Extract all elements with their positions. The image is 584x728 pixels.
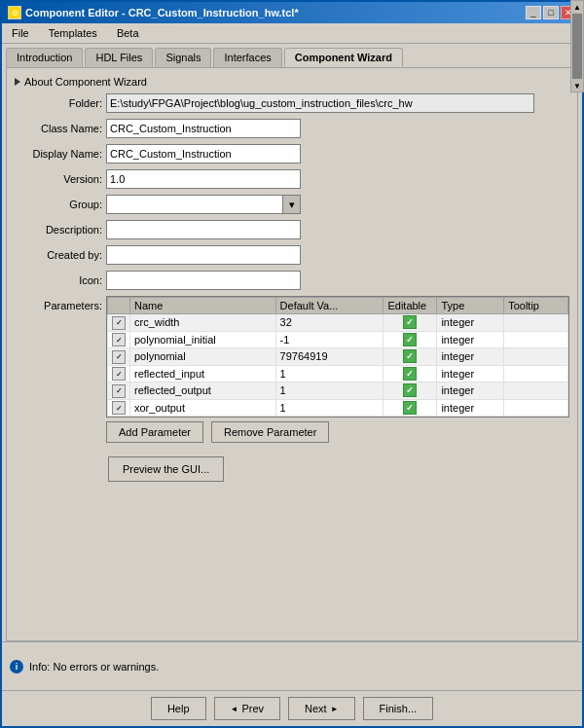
editable-checkbox[interactable]: ✓ bbox=[403, 367, 417, 381]
tab-interfaces[interactable]: Interfaces bbox=[213, 48, 281, 67]
row-name-cell: crc_width bbox=[130, 314, 276, 332]
group-select[interactable] bbox=[106, 195, 301, 214]
row-editable-cell: ✓ bbox=[383, 314, 437, 332]
group-select-wrapper: ▾ bbox=[106, 195, 301, 214]
about-label: About Component Wizard bbox=[24, 76, 147, 88]
row-name-cell: reflected_output bbox=[130, 382, 276, 400]
created-by-input[interactable] bbox=[106, 245, 301, 265]
menu-bar: File Templates Beta bbox=[2, 23, 582, 44]
parameters-content: Name Default Va... Editable Type Tooltip… bbox=[106, 296, 569, 443]
icon-label: Icon: bbox=[15, 274, 102, 286]
table-row[interactable]: ✓ polynomial 79764919 ✓ integer bbox=[108, 348, 568, 366]
row-icon-cell: ✓ bbox=[108, 331, 130, 348]
col-name: Name bbox=[130, 298, 276, 314]
tabs-container: Introduction HDL Files Signals Interface… bbox=[2, 44, 582, 67]
description-label: Description: bbox=[15, 224, 102, 236]
row-default-cell: 32 bbox=[275, 314, 383, 332]
folder-input[interactable] bbox=[106, 93, 534, 113]
add-parameter-button[interactable]: Add Parameter bbox=[106, 421, 203, 443]
row-name-cell: polynomial_initial bbox=[130, 331, 276, 348]
row-default-cell: 79764919 bbox=[275, 348, 383, 366]
row-icon-cell: ✓ bbox=[108, 314, 130, 332]
col-tooltip: Tooltip bbox=[504, 298, 568, 314]
prev-button[interactable]: ◄ Prev bbox=[214, 697, 281, 720]
main-window: ⚙ Component Editor - CRC_Custom_Instruct… bbox=[0, 0, 584, 728]
description-row: Description: bbox=[15, 220, 569, 239]
editable-checkbox[interactable]: ✓ bbox=[403, 333, 417, 346]
row-tooltip-cell bbox=[504, 314, 568, 332]
row-editable-cell: ✓ bbox=[383, 365, 437, 382]
row-default-cell: 1 bbox=[275, 382, 383, 400]
params-table: Name Default Va... Editable Type Tooltip… bbox=[106, 296, 569, 418]
prev-arrow-icon: ◄ bbox=[231, 705, 238, 713]
scroll-thumb[interactable] bbox=[572, 67, 578, 79]
description-input[interactable] bbox=[106, 220, 301, 239]
row-icon-cell: ✓ bbox=[108, 399, 130, 417]
menu-beta[interactable]: Beta bbox=[111, 25, 145, 41]
col-editable: Editable bbox=[383, 298, 437, 314]
about-toggle[interactable] bbox=[15, 78, 20, 86]
editable-checkbox[interactable]: ✓ bbox=[403, 401, 417, 415]
row-icon-cell: ✓ bbox=[108, 365, 130, 382]
editable-checkbox[interactable]: ✓ bbox=[403, 315, 417, 329]
finish-button[interactable]: Finish... bbox=[363, 697, 434, 720]
row-tooltip-cell bbox=[504, 399, 568, 417]
row-default-cell: -1 bbox=[275, 331, 383, 348]
title-bar: ⚙ Component Editor - CRC_Custom_Instruct… bbox=[2, 2, 582, 23]
table-row[interactable]: ✓ reflected_input 1 ✓ integer bbox=[108, 365, 568, 382]
created-by-row: Created by: bbox=[15, 245, 569, 265]
folder-label: Folder: bbox=[15, 97, 102, 109]
table-row[interactable]: ✓ xor_output 1 ✓ integer bbox=[108, 399, 568, 417]
col-type: Type bbox=[437, 298, 504, 314]
bottom-buttons: Help ◄ Prev Next ► Finish... bbox=[2, 690, 582, 726]
row-type-cell: integer bbox=[437, 365, 504, 382]
icon-row: Icon: bbox=[15, 271, 569, 290]
icon-input[interactable] bbox=[106, 271, 301, 290]
scroll-down-arrow[interactable]: ▼ bbox=[571, 80, 578, 91]
display-name-input[interactable] bbox=[106, 144, 301, 164]
menu-templates[interactable]: Templates bbox=[43, 25, 103, 41]
table-row[interactable]: ✓ reflected_output 1 ✓ integer bbox=[108, 382, 568, 400]
display-name-row: Display Name: bbox=[15, 144, 569, 164]
row-type-cell: integer bbox=[437, 348, 504, 366]
table-row[interactable]: ✓ polynomial_initial -1 ✓ integer bbox=[108, 331, 568, 348]
group-label: Group: bbox=[15, 199, 102, 210]
param-buttons: Add Parameter Remove Parameter bbox=[106, 421, 569, 443]
row-editable-cell: ✓ bbox=[383, 331, 437, 348]
class-name-input[interactable] bbox=[106, 119, 301, 138]
remove-parameter-button[interactable]: Remove Parameter bbox=[211, 421, 329, 443]
col-default: Default Va... bbox=[275, 298, 383, 314]
version-label: Version: bbox=[15, 173, 102, 185]
params-table-wrapper: Name Default Va... Editable Type Tooltip… bbox=[106, 296, 569, 418]
row-tooltip-cell bbox=[504, 382, 568, 400]
editable-checkbox[interactable]: ✓ bbox=[403, 349, 417, 363]
next-button[interactable]: Next ► bbox=[288, 697, 355, 720]
menu-file[interactable]: File bbox=[6, 25, 35, 41]
row-type-cell: integer bbox=[437, 314, 504, 332]
params-scrollbar[interactable]: ▲ ▼ bbox=[570, 67, 578, 92]
editable-checkbox[interactable]: ✓ bbox=[403, 383, 417, 397]
tab-introduction[interactable]: Introduction bbox=[6, 48, 83, 67]
version-input[interactable] bbox=[106, 169, 301, 189]
row-editable-cell: ✓ bbox=[383, 382, 437, 400]
row-tooltip-cell bbox=[504, 365, 568, 382]
folder-row: Folder: bbox=[15, 93, 569, 113]
minimize-button[interactable]: _ bbox=[526, 6, 541, 19]
tab-component-wizard[interactable]: Component Wizard bbox=[284, 48, 403, 67]
version-row: Version: bbox=[15, 169, 569, 189]
help-button[interactable]: Help bbox=[151, 697, 206, 720]
row-type-cell: integer bbox=[437, 382, 504, 400]
tab-signals[interactable]: Signals bbox=[155, 48, 211, 67]
preview-gui-button[interactable]: Preview the GUI... bbox=[108, 456, 224, 482]
row-default-cell: 1 bbox=[275, 365, 383, 382]
row-default-cell: 1 bbox=[275, 399, 383, 417]
about-section: About Component Wizard bbox=[15, 76, 569, 88]
created-by-label: Created by: bbox=[15, 249, 102, 261]
content-area: About Component Wizard Folder: Class Nam… bbox=[6, 67, 578, 641]
row-icon-cell: ✓ bbox=[108, 382, 130, 400]
preview-section: Preview the GUI... bbox=[15, 449, 569, 490]
row-tooltip-cell bbox=[504, 348, 568, 366]
maximize-button[interactable]: □ bbox=[543, 6, 559, 19]
table-row[interactable]: ✓ crc_width 32 ✓ integer bbox=[108, 314, 568, 332]
tab-hdl-files[interactable]: HDL Files bbox=[85, 48, 153, 67]
